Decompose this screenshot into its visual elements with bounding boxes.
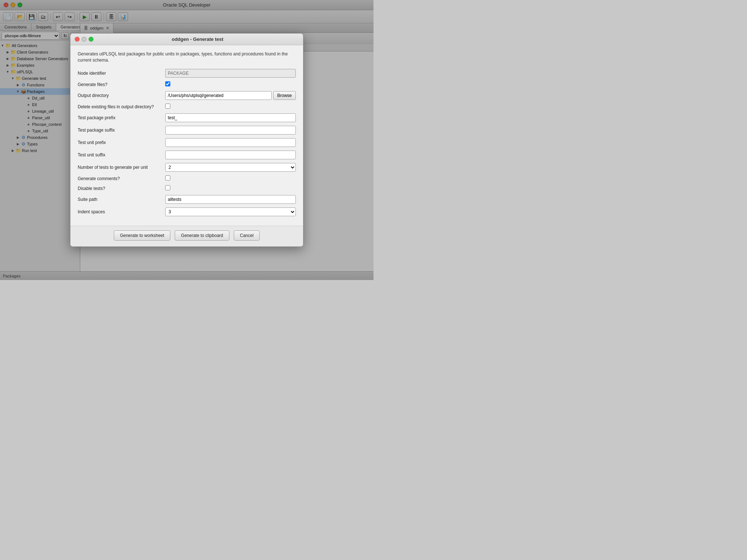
cancel-button[interactable]: Cancel: [234, 230, 260, 241]
test-package-prefix-control: [165, 113, 296, 122]
generate-to-clipboard-button[interactable]: Generate to clipboard: [175, 230, 229, 241]
generate-comments-row: Generate comments?: [78, 175, 296, 182]
modal-max-button[interactable]: [89, 37, 93, 42]
test-unit-suffix-control: [165, 151, 296, 159]
generate-comments-checkbox[interactable]: [165, 175, 170, 180]
test-package-suffix-label: Test package suffix: [78, 128, 165, 133]
num-tests-select[interactable]: 1 2 3 4 5: [165, 163, 296, 172]
suite-path-input[interactable]: [165, 195, 296, 204]
generate-files-control: [165, 81, 296, 88]
indent-spaces-row: Indent spaces 2 3 4 8: [78, 207, 296, 216]
node-identifier-label: Node identifier: [78, 71, 165, 76]
output-directory-control: Browse: [165, 91, 296, 100]
indent-spaces-label: Indent spaces: [78, 209, 165, 214]
modal-footer: Generate to worksheet Generate to clipbo…: [70, 226, 303, 246]
output-directory-label: Output directory: [78, 93, 165, 98]
test-unit-prefix-label: Test unit prefix: [78, 140, 165, 145]
test-unit-prefix-control: [165, 138, 296, 147]
delete-existing-control: [165, 104, 296, 110]
modal-description: Generates utPLSQL test packages for publ…: [78, 51, 296, 63]
disable-tests-control: [165, 185, 296, 191]
indent-spaces-control: 2 3 4 8: [165, 207, 296, 216]
test-package-prefix-input[interactable]: [165, 113, 296, 122]
delete-existing-label: Delete existing files in output director…: [78, 104, 165, 109]
generate-comments-control: [165, 175, 296, 182]
test-package-prefix-label: Test package prefix: [78, 115, 165, 120]
suite-path-control: [165, 195, 296, 204]
suite-path-row: Suite path: [78, 195, 296, 204]
modal-overlay: oddgen - Generate test Generates utPLSQL…: [0, 0, 374, 280]
generate-files-label: Generate files?: [78, 82, 165, 87]
test-package-suffix-row: Test package suffix: [78, 126, 296, 135]
modal-title: oddgen - Generate test: [96, 36, 299, 42]
modal-close-button[interactable]: [75, 37, 80, 42]
modal-dialog: oddgen - Generate test Generates utPLSQL…: [70, 33, 303, 247]
output-directory-input[interactable]: [165, 91, 272, 100]
node-identifier-input: [165, 69, 296, 78]
test-unit-suffix-input[interactable]: [165, 151, 296, 159]
disable-tests-checkbox[interactable]: [165, 185, 170, 190]
indent-spaces-select[interactable]: 2 3 4 8: [165, 207, 296, 216]
modal-title-bar: oddgen - Generate test: [70, 34, 303, 45]
test-unit-prefix-row: Test unit prefix: [78, 138, 296, 147]
test-unit-suffix-label: Test unit suffix: [78, 152, 165, 158]
test-package-prefix-row: Test package prefix: [78, 113, 296, 122]
test-package-suffix-control: [165, 126, 296, 135]
test-package-suffix-input[interactable]: [165, 126, 296, 135]
disable-tests-label: Disable tests?: [78, 186, 165, 191]
output-directory-row: Output directory Browse: [78, 91, 296, 100]
node-identifier-row: Node identifier: [78, 69, 296, 78]
generate-to-worksheet-button[interactable]: Generate to worksheet: [114, 230, 170, 241]
node-identifier-control: [165, 69, 296, 78]
modal-window-controls[interactable]: [75, 37, 93, 42]
generate-files-checkbox[interactable]: [165, 81, 170, 86]
num-tests-control: 1 2 3 4 5: [165, 163, 296, 172]
disable-tests-row: Disable tests?: [78, 185, 296, 191]
browse-button[interactable]: Browse: [273, 91, 296, 100]
suite-path-label: Suite path: [78, 197, 165, 202]
test-unit-suffix-row: Test unit suffix: [78, 151, 296, 159]
generate-comments-label: Generate comments?: [78, 176, 165, 181]
delete-existing-checkbox[interactable]: [165, 104, 170, 109]
modal-min-button[interactable]: [82, 37, 86, 42]
modal-body: Generates utPLSQL test packages for publ…: [70, 45, 303, 226]
test-unit-prefix-input[interactable]: [165, 138, 296, 147]
num-tests-row: Number of tests to generate per unit 1 2…: [78, 163, 296, 172]
num-tests-label: Number of tests to generate per unit: [78, 165, 165, 170]
delete-existing-row: Delete existing files in output director…: [78, 104, 296, 110]
generate-files-row: Generate files?: [78, 81, 296, 88]
